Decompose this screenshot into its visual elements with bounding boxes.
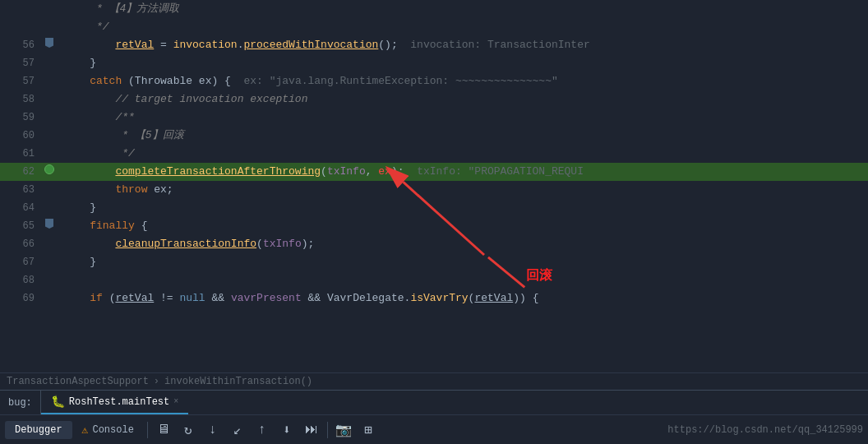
table-row: 62 completeTransactionAfterThrowing(txIn… <box>0 163 868 181</box>
table-row: 59 /** <box>0 109 868 127</box>
line-number: 57 <box>0 54 41 72</box>
line-number <box>0 18 41 36</box>
table-row: 68 <box>0 271 868 289</box>
breakpoint-cell <box>41 217 58 235</box>
breakpoint-cell <box>41 235 58 253</box>
toolbar-btn-monitor[interactable]: 🖥 <box>152 419 175 442</box>
code-line <box>58 271 868 289</box>
breadcrumb-class: TransactionAspectSupport <box>7 376 149 387</box>
table-row: 67 } <box>0 253 868 271</box>
toolbar-btn-step-into[interactable]: ↙ <box>226 419 249 442</box>
breakpoint-cell <box>41 253 58 271</box>
table-row: 64 } <box>0 199 868 217</box>
line-number: 59 <box>0 109 41 127</box>
line-number: 62 <box>0 163 41 181</box>
toolbar-btn-grid[interactable]: ⊞ <box>357 419 380 442</box>
bookmark-icon <box>45 219 53 229</box>
breakpoint-cell <box>41 289 58 308</box>
code-line: // target invocation exception <box>58 90 868 109</box>
toolbar-btn-skip[interactable]: ⏭ <box>300 419 323 442</box>
code-line: cleanupTransactionInfo(txInfo); <box>58 235 868 253</box>
table-row: * 【4】方法调取 <box>0 0 868 18</box>
code-line: */ <box>58 18 868 36</box>
line-number: 64 <box>0 199 41 217</box>
breakpoint-cell <box>41 127 58 145</box>
table-row: 63 throw ex; <box>0 181 868 199</box>
console-tab[interactable]: ⚠ Console <box>72 420 144 440</box>
toolbar-separator-2 <box>327 422 328 438</box>
breakpoint-cell <box>41 0 58 18</box>
breakpoint-cell <box>41 90 58 109</box>
breakpoint-cell <box>41 271 58 289</box>
line-number: 56 <box>0 36 41 54</box>
table-row: 58 // target invocation exception <box>0 90 868 109</box>
line-number: 65 <box>0 217 41 235</box>
line-number: 67 <box>0 253 41 271</box>
breakpoint-cell <box>41 145 58 163</box>
code-line: catch (Throwable ex) { ex: "java.lang.Ru… <box>58 72 868 90</box>
code-line: } <box>58 54 868 72</box>
toolbar-separator-1 <box>147 422 148 438</box>
breadcrumb-method: invokeWithinTransaction() <box>164 376 312 387</box>
code-line: */ <box>58 145 868 163</box>
line-number <box>0 0 41 18</box>
breakpoint-cell <box>41 181 58 199</box>
bottom-toolbar: Debugger ⚠ Console 🖥 ↻ ↓ ↙ ↑ ⬇ ⏭ 📷 ⊞ htt… <box>0 414 868 444</box>
url-display: https://blog.csdn.net/qq_34125999 <box>667 424 863 436</box>
code-line: * 【4】方法调取 <box>58 0 868 18</box>
table-row: 66 cleanupTransactionInfo(txInfo); <box>0 235 868 253</box>
code-line: completeTransactionAfterThrowing(txInfo,… <box>58 163 868 181</box>
bookmark-icon <box>45 38 53 48</box>
table-row: 60 * 【5】回滚 <box>0 127 868 145</box>
toolbar-btn-run-to[interactable]: ⬇ <box>275 419 298 442</box>
code-editor: * 【4】方法调取 */56 retVal = invocation.proce… <box>0 0 868 372</box>
code-line: /** <box>58 109 868 127</box>
line-number: 60 <box>0 127 41 145</box>
line-number: 69 <box>0 289 41 308</box>
line-number: 68 <box>0 271 41 289</box>
breakpoint-cell <box>41 199 58 217</box>
debug-label: bug: <box>0 391 41 414</box>
table-row: 65 finally { <box>0 217 868 235</box>
toolbar-btn-step-over[interactable]: ↓ <box>201 419 224 442</box>
debug-tab-name: RoshTest.mainTest <box>69 396 169 408</box>
line-number: 58 <box>0 90 41 109</box>
code-line: throw ex; <box>58 181 868 199</box>
toolbar-btn-step-out[interactable]: ↑ <box>251 419 274 442</box>
breakpoint-cell <box>41 163 58 181</box>
status-bar: TransactionAspectSupport › invokeWithinT… <box>0 372 868 390</box>
code-line: finally { <box>58 217 868 235</box>
debugger-tab[interactable]: Debugger <box>5 421 72 439</box>
line-number: 57 <box>0 72 41 90</box>
toolbar-btn-resume[interactable]: ↻ <box>177 419 200 442</box>
red-annotation-text: 回滚 <box>526 267 552 284</box>
breadcrumb-separator: › <box>154 376 159 387</box>
table-row: */ <box>0 18 868 36</box>
debug-tab-close[interactable]: × <box>173 397 178 406</box>
breakpoint-cell <box>41 109 58 127</box>
toolbar-btn-camera[interactable]: 📷 <box>332 419 355 442</box>
bug-icon: 🐛 <box>51 395 65 409</box>
code-line: if (retVal != null && vavrPresent && Vav… <box>58 289 868 308</box>
line-number: 61 <box>0 145 41 163</box>
warning-icon: ⚠ <box>82 423 89 437</box>
breakpoint-dot[interactable] <box>44 164 54 174</box>
line-number: 66 <box>0 235 41 253</box>
table-row: 57 } <box>0 54 868 72</box>
line-number: 63 <box>0 181 41 199</box>
code-line: * 【5】回滚 <box>58 127 868 145</box>
code-line: } <box>58 199 868 217</box>
code-table: * 【4】方法调取 */56 retVal = invocation.proce… <box>0 0 868 308</box>
table-row: 56 retVal = invocation.proceedWithInvoca… <box>0 36 868 54</box>
breakpoint-cell <box>41 18 58 36</box>
table-row: 61 */ <box>0 145 868 163</box>
table-row: 69 if (retVal != null && vavrPresent && … <box>0 289 868 308</box>
code-line: retVal = invocation.proceedWithInvocatio… <box>58 36 868 54</box>
breakpoint-cell <box>41 72 58 90</box>
debug-tab-bar: bug: 🐛 RoshTest.mainTest × <box>0 390 868 414</box>
code-line: } <box>58 253 868 271</box>
breakpoint-cell <box>41 54 58 72</box>
debug-tab-main[interactable]: 🐛 RoshTest.mainTest × <box>41 391 188 414</box>
breakpoint-cell <box>41 36 58 54</box>
table-row: 57 catch (Throwable ex) { ex: "java.lang… <box>0 72 868 90</box>
